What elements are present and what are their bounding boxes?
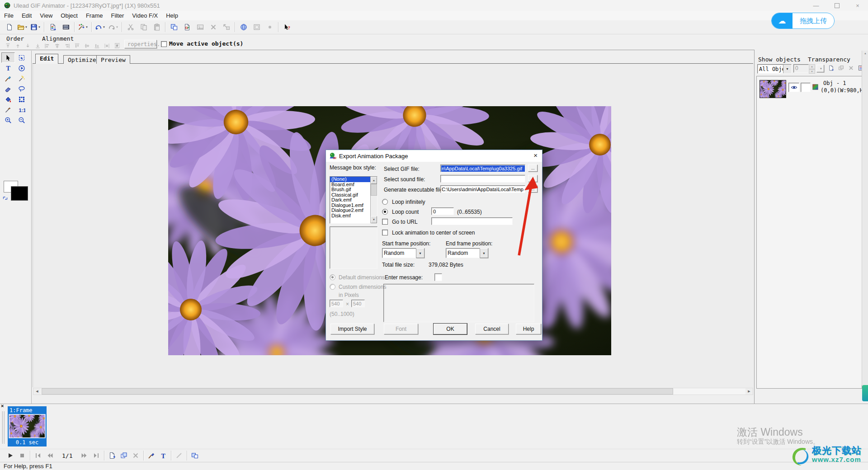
actual-size-button[interactable]: 1:1 (15, 104, 28, 115)
menu-item-view[interactable]: View (36, 12, 57, 19)
transparency-spinner[interactable]: ▲ ▼ (809, 64, 815, 73)
start-frame-dropdown[interactable]: Random ▼ (382, 248, 425, 258)
space-h-button[interactable] (102, 42, 111, 50)
chevron-down-icon[interactable]: ▼ (783, 65, 791, 73)
select-arrow-button[interactable] (1, 52, 15, 63)
play-anim-button[interactable] (15, 63, 28, 73)
dup-frame-button[interactable] (118, 451, 129, 461)
lock-center-checkbox[interactable] (382, 230, 388, 235)
dropdown-arrow-icon[interactable]: ▼ (116, 26, 118, 28)
exe-file-input[interactable]: C:\Users\admin\AppData\Local\Temp (440, 185, 525, 193)
transparency-apply-button[interactable]: ▼ (816, 65, 824, 72)
add-frame-button[interactable] (107, 451, 118, 461)
end-frame-dropdown[interactable]: Random ▼ (446, 248, 489, 258)
maximize-button[interactable] (826, 0, 847, 11)
list-scrollbar[interactable]: ▲ ▼ (370, 177, 377, 223)
order-bottom-button[interactable] (33, 42, 42, 50)
lasso-button[interactable] (15, 84, 28, 94)
del-object-button[interactable] (846, 64, 855, 72)
gif-file-input[interactable]: n\AppData\Local\Temp\ug0a3325.gif (440, 164, 525, 172)
align-bottom-button[interactable] (92, 42, 101, 50)
color-brush-button[interactable]: ▼ (77, 22, 89, 33)
zoom-out-button[interactable] (15, 115, 28, 125)
align-left-button[interactable] (42, 42, 52, 50)
del-frame-button[interactable] (130, 451, 141, 461)
open-folder-button[interactable]: ▼ (16, 22, 28, 33)
default-dimensions-radio[interactable] (330, 274, 335, 280)
dropdown-arrow-icon[interactable]: ▼ (103, 26, 105, 28)
panel-grip[interactable] (3, 411, 5, 444)
dialog-close-button[interactable]: × (533, 151, 538, 159)
paste-button[interactable] (151, 22, 163, 33)
help-button[interactable]: ? (281, 22, 293, 33)
spinner-down-icon[interactable]: ▼ (809, 69, 815, 74)
no-edit-button[interactable] (174, 451, 184, 461)
help-button[interactable]: Help (516, 324, 541, 334)
cut-button[interactable] (124, 22, 137, 33)
align-center-h-button[interactable] (52, 42, 61, 50)
transform-button[interactable] (15, 94, 28, 104)
last-frame-button[interactable] (91, 451, 102, 461)
message-toggle-box[interactable] (434, 273, 442, 281)
order-down-button[interactable] (23, 42, 32, 50)
swap-colors-icon[interactable] (2, 195, 8, 202)
zoom-in-button[interactable] (1, 115, 15, 125)
scrollbar-thumb[interactable] (42, 388, 673, 395)
send-button[interactable] (220, 22, 232, 33)
scroll-left-icon[interactable]: ◀ (33, 388, 41, 395)
center-object-button[interactable] (113, 41, 122, 49)
tab-edit[interactable]: Edit (35, 54, 58, 64)
dot-button[interactable] (264, 22, 276, 33)
first-frame-button[interactable] (33, 451, 43, 461)
eraser-button[interactable] (1, 84, 15, 94)
undo-button[interactable]: ▼ (94, 22, 106, 33)
align-top-button[interactable] (72, 42, 81, 50)
prev-frame-button[interactable] (44, 451, 55, 461)
scroll-right-icon[interactable]: ▶ (745, 388, 753, 395)
import-style-button[interactable]: Import Style (330, 324, 374, 334)
properties-button[interactable]: roperties.. (124, 40, 157, 48)
visibility-toggle[interactable] (788, 83, 799, 92)
object-filter-dropdown[interactable]: All Object: ▼ (757, 64, 792, 74)
loop-count-radio[interactable] (382, 209, 388, 215)
gif-info-button[interactable]: GF (181, 22, 193, 33)
redo-button[interactable]: ▼ (107, 22, 119, 33)
drag-upload-button[interactable]: ☁ 拖拽上传 (771, 13, 835, 29)
menu-item-file[interactable]: File (0, 12, 18, 19)
frame-card[interactable]: 1:Frame 0.1 sec (8, 406, 47, 446)
globe-button[interactable] (237, 22, 250, 33)
message-textarea[interactable] (383, 284, 534, 322)
close-button[interactable]: × (847, 0, 868, 11)
horizontal-scrollbar[interactable]: ◀ ▶ (33, 388, 753, 395)
panel-scrollbar[interactable]: ▲ (862, 51, 868, 385)
dropdown-arrow-icon[interactable]: ▼ (25, 26, 28, 28)
browse-sound-button[interactable]: ... (528, 175, 538, 182)
menu-item-object[interactable]: Object (57, 12, 82, 19)
save-button[interactable]: ▼ (29, 22, 42, 33)
minimize-button[interactable]: — (806, 0, 826, 11)
dup-object-button[interactable] (836, 64, 845, 72)
select-marquee-button[interactable] (15, 52, 28, 63)
list-scroll-thumb[interactable] (371, 184, 377, 196)
object-row[interactable]: Obj - 1 (0,0)(W:980,H:551 (759, 79, 861, 101)
stop-button[interactable] (17, 451, 28, 461)
export-gif-button[interactable] (47, 22, 59, 33)
chevron-down-icon[interactable]: ▼ (416, 248, 425, 258)
menu-item-filter[interactable]: Filter (107, 12, 128, 19)
panel-grip[interactable] (1, 411, 3, 444)
browse-exe-button[interactable]: ... (528, 185, 538, 193)
sound-file-input[interactable] (440, 175, 525, 183)
align-right-button[interactable] (62, 42, 71, 50)
font-button[interactable]: Font (384, 324, 418, 334)
frame-icon-button[interactable] (250, 22, 263, 33)
go-to-url-checkbox[interactable] (382, 219, 388, 225)
browse-gif-button[interactable]: ... (528, 164, 538, 172)
loop-count-input[interactable]: 0 (431, 207, 454, 215)
export-frames-button[interactable] (189, 451, 200, 461)
paint-brush-button[interactable] (1, 73, 15, 84)
order-top-button[interactable] (3, 42, 12, 50)
order-up-button[interactable] (13, 42, 22, 50)
spinner-up-icon[interactable]: ▲ (809, 64, 815, 69)
menu-item-help[interactable]: Help (162, 12, 182, 19)
dropdown-arrow-icon[interactable]: ▼ (38, 26, 41, 28)
